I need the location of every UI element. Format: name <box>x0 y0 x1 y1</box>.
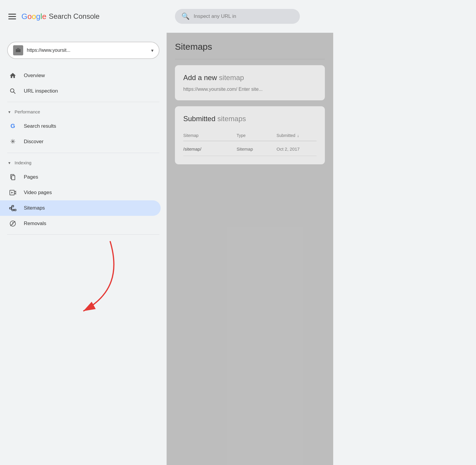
indexing-section-header[interactable]: ▾ Indexing <box>0 156 167 169</box>
add-sitemap-card: Add a new sitemap https://www.yoursite.c… <box>175 65 325 100</box>
site-selector[interactable]: https://www.yoursit... ▾ <box>7 42 159 59</box>
chevron-down-icon: ▾ <box>151 48 154 53</box>
video-pages-icon <box>8 189 17 196</box>
sitemaps-label: Sitemaps <box>24 205 45 211</box>
svg-rect-12 <box>12 205 14 207</box>
sidebar-item-removals[interactable]: Removals <box>0 216 161 231</box>
cell-sitemap-path: /sitemap/ <box>183 146 237 152</box>
add-sitemap-card-title: Add a new sitemap <box>183 74 317 82</box>
right-panel: Sitemaps Add a new sitemap https://www.y… <box>167 33 333 465</box>
submitted-sitemaps-title: Submitted sitemaps <box>183 115 317 123</box>
nav-divider-3 <box>7 234 159 235</box>
header-right: 🔍 Inspect any URL in <box>167 9 333 24</box>
sidebar-item-sitemaps[interactable]: Sitemaps <box>0 200 161 216</box>
search-icon: 🔍 <box>181 13 190 20</box>
indexing-label: Indexing <box>15 160 32 165</box>
add-sitemap-url: https://www.yoursite.com/ Enter site... <box>183 87 317 92</box>
sidebar: https://www.yoursit... ▾ Overview URL in… <box>0 33 167 465</box>
chevron-down-icon: ▾ <box>8 110 10 114</box>
url-search-bar[interactable]: 🔍 Inspect any URL in <box>175 9 300 24</box>
pages-icon <box>8 174 17 181</box>
overview-label: Overview <box>24 73 45 79</box>
svg-rect-11 <box>10 207 11 209</box>
google-logo: Google Search Console <box>21 12 100 21</box>
svg-marker-9 <box>14 191 16 194</box>
add-sitemap-light-text: sitemap <box>219 74 244 82</box>
nav-divider-1 <box>7 102 159 102</box>
submitted-bold: Submitted <box>183 115 215 123</box>
sidebar-item-url-inspection[interactable]: URL inspection <box>0 83 161 99</box>
search-results-label: Search results <box>24 123 56 129</box>
panel-divider <box>175 59 325 59</box>
main-layout: https://www.yoursit... ▾ Overview URL in… <box>0 33 333 465</box>
table-row: /sitemap/ Sitemap Oct 2, 2017 <box>183 142 317 156</box>
home-icon <box>8 72 17 79</box>
performance-label: Performance <box>15 109 40 114</box>
sitemaps-icon <box>8 205 17 212</box>
svg-rect-6 <box>12 176 15 180</box>
sidebar-item-overview[interactable]: Overview <box>0 68 161 83</box>
cell-submitted-date: Oct 2, 2017 <box>277 146 317 152</box>
performance-section-header[interactable]: ▾ Performance <box>0 105 167 118</box>
sidebar-item-search-results[interactable]: G Search results <box>0 118 161 134</box>
hamburger-menu-button[interactable] <box>8 14 16 19</box>
sidebar-item-pages[interactable]: Pages <box>0 169 161 185</box>
col-header-type: Type <box>237 133 276 138</box>
sidebar-item-discover[interactable]: ✳ Discover <box>0 134 161 150</box>
header-left: Google Search Console <box>0 12 167 21</box>
svg-marker-10 <box>11 192 13 194</box>
search-placeholder: Inspect any URL in <box>194 13 236 19</box>
google-g-icon: G <box>8 123 17 129</box>
svg-line-4 <box>14 92 15 94</box>
pages-label: Pages <box>24 174 38 180</box>
url-inspection-label: URL inspection <box>24 88 58 94</box>
svg-rect-14 <box>14 209 16 211</box>
sort-down-icon: ↓ <box>297 133 299 138</box>
site-url-label: https://www.yoursit... <box>27 48 148 53</box>
google-wordmark: Google <box>21 12 46 21</box>
add-sitemap-bold: Add a new <box>183 74 217 82</box>
video-pages-label: Video pages <box>24 190 52 196</box>
col-header-submitted: Submitted ↓ <box>277 133 317 138</box>
chevron-down-icon: ▾ <box>8 160 10 165</box>
nav-divider-2 <box>7 153 159 153</box>
cell-type: Sitemap <box>237 146 276 152</box>
header: Google Search Console 🔍 Inspect any URL … <box>0 0 333 33</box>
submitted-sitemaps-card: Submitted sitemaps Sitemap Type Submitte… <box>175 106 325 164</box>
site-favicon <box>13 45 23 55</box>
submitted-light: sitemaps <box>217 115 246 123</box>
discover-label: Discover <box>24 139 43 145</box>
svg-rect-2 <box>17 48 19 50</box>
svg-rect-13 <box>12 209 14 211</box>
url-inspection-search-icon <box>8 88 17 95</box>
product-name: Search Console <box>49 12 100 21</box>
table-header: Sitemap Type Submitted ↓ <box>183 130 317 141</box>
sidebar-item-video-pages[interactable]: Video pages <box>0 185 161 200</box>
removals-label: Removals <box>24 221 46 227</box>
submitted-col-label: Submitted <box>277 133 295 138</box>
removals-icon <box>8 220 17 227</box>
col-header-sitemap: Sitemap <box>183 133 237 138</box>
page-title: Sitemaps <box>175 42 325 52</box>
discover-icon: ✳ <box>8 138 17 146</box>
